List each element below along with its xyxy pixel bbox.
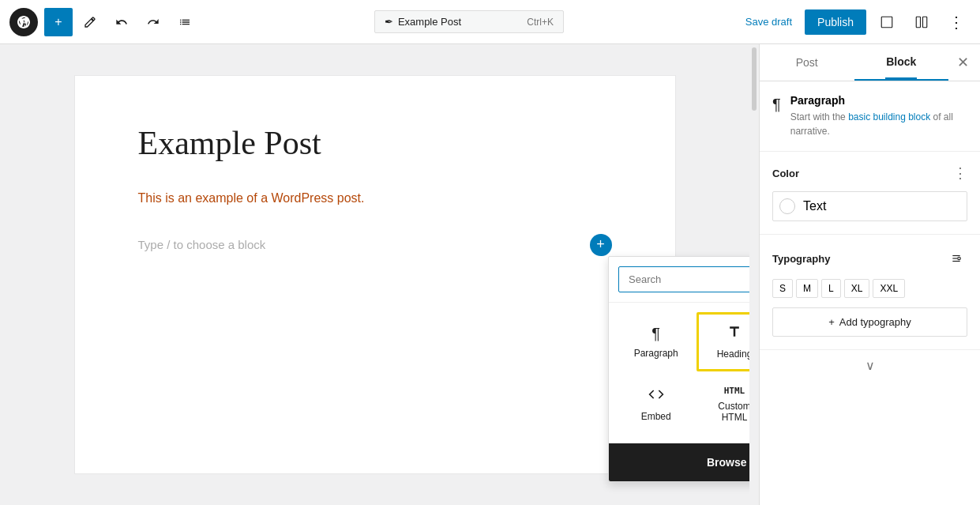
embed-icon [648, 386, 664, 406]
list-view-button[interactable] [171, 8, 199, 36]
view-button[interactable] [873, 8, 901, 36]
right-panel: Post Block ✕ .panel-tab.active { border-… [759, 44, 980, 505]
typography-settings-button[interactable] [945, 247, 967, 269]
color-section-title: Color [772, 168, 799, 179]
typography-header: Typography [772, 247, 967, 269]
color-section: Color ⋮ Text [760, 151, 980, 234]
typography-title: Typography [772, 253, 830, 265]
panel-close-button[interactable]: ✕ [948, 48, 977, 77]
command-palette-title: Example Post [398, 16, 461, 28]
post-title[interactable]: Example Post [138, 123, 612, 163]
block-picker-search-area: 🔍 [609, 257, 749, 303]
redo-button[interactable] [139, 8, 167, 36]
toolbar-center: ✒ Example Post Ctrl+K [202, 10, 736, 33]
block-info-icon: ¶ [772, 96, 781, 114]
collapse-button[interactable]: ∨ [760, 349, 980, 381]
block-grid: ¶ Paragraph Heading Form [609, 303, 749, 443]
svg-point-11 [958, 257, 961, 260]
editor-scrollbar[interactable] [749, 44, 759, 505]
panel-tabs: Post Block ✕ [760, 44, 980, 81]
editor-content: Example Post This is an example of a Wor… [75, 76, 675, 473]
color-more-button[interactable]: ⋮ [953, 164, 967, 182]
paragraph-icon: ¶ [651, 325, 660, 343]
post-paragraph[interactable]: This is an example of a WordPress post. [138, 188, 612, 209]
add-block-toolbar-button[interactable]: + [44, 8, 73, 36]
save-draft-button[interactable]: Save draft [739, 11, 798, 32]
undo-button[interactable] [107, 8, 136, 36]
block-info-description: Start with the basic building block of a… [790, 110, 967, 138]
command-palette-shortcut: Ctrl+K [527, 17, 554, 28]
plus-icon: + [828, 316, 835, 328]
size-l-button[interactable]: L [821, 279, 841, 298]
block-info-section: ¶ Paragraph Start with the basic buildin… [760, 81, 980, 151]
browse-all-button[interactable]: Browse all [609, 443, 749, 481]
paragraph-label: Paragraph [634, 348, 678, 359]
pen-icon: ✒ [385, 16, 393, 28]
tools-button[interactable] [76, 8, 104, 36]
svg-rect-0 [881, 17, 892, 28]
placeholder-text: Type / to choose a block [138, 238, 266, 251]
more-options-button[interactable]: ⋮ [942, 8, 971, 36]
block-item-embed[interactable]: Embed [618, 375, 693, 434]
scrollbar-thumb[interactable] [752, 47, 757, 111]
wordpress-logo[interactable] [9, 8, 38, 36]
size-buttons: S M L XL XXL [772, 279, 967, 298]
main-layout: Example Post This is an example of a Wor… [0, 44, 980, 505]
custom-html-label: Custom HTML [704, 401, 749, 423]
tab-post[interactable]: Post [760, 44, 854, 81]
editor-area: Example Post This is an example of a Wor… [0, 44, 749, 505]
color-section-header: Color ⋮ [772, 164, 967, 182]
add-block-inline-button[interactable]: + [590, 234, 612, 256]
size-m-button[interactable]: M [796, 279, 818, 298]
custom-html-icon: HTML [724, 386, 745, 396]
color-option-label: Text [803, 199, 826, 213]
size-xxl-button[interactable]: XXL [873, 279, 905, 298]
tab-block[interactable]: Block [854, 44, 949, 81]
toolbar-right: Save draft Publish ⋮ [739, 8, 971, 36]
size-s-button[interactable]: S [772, 279, 793, 298]
block-info-text: Paragraph Start with the basic building … [790, 94, 967, 138]
size-xl-button[interactable]: XL [844, 279, 870, 298]
svg-rect-1 [916, 17, 920, 28]
block-placeholder-row: Type / to choose a block + [138, 228, 612, 262]
color-circle [779, 198, 795, 214]
block-item-custom-html[interactable]: HTML Custom HTML [697, 375, 749, 434]
block-info-title: Paragraph [790, 94, 967, 107]
block-search-input[interactable] [618, 266, 749, 292]
svg-rect-2 [923, 17, 927, 28]
embed-label: Embed [641, 411, 671, 422]
block-picker-popup: 🔍 ¶ Paragraph Heading [608, 256, 749, 482]
settings-toggle-button[interactable] [907, 8, 936, 36]
block-item-paragraph[interactable]: ¶ Paragraph [618, 312, 693, 371]
text-color-option[interactable]: Text [772, 191, 967, 221]
heading-label: Heading [717, 349, 749, 360]
block-item-heading[interactable]: Heading [697, 312, 749, 371]
search-wrapper: 🔍 [618, 266, 749, 292]
publish-button[interactable]: Publish [805, 9, 866, 35]
command-palette[interactable]: ✒ Example Post Ctrl+K [374, 10, 564, 33]
main-toolbar: + ✒ Example Post Ctrl+K Save draft Publi… [0, 0, 980, 44]
add-typography-button[interactable]: + Add typography [772, 307, 967, 337]
typography-section: Typography S M L XL XXL + Add typography [760, 234, 980, 349]
heading-icon [727, 324, 742, 344]
